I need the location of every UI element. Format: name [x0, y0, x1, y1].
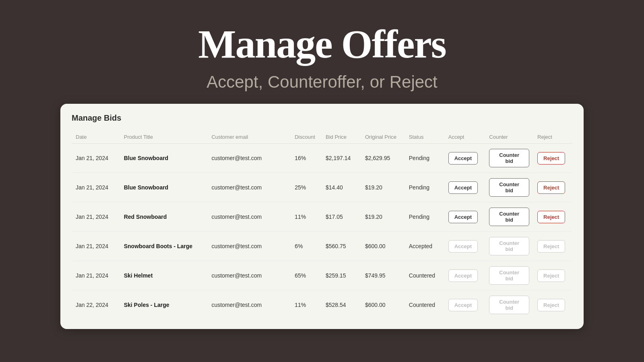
cell-date: Jan 21, 2024	[72, 144, 120, 173]
cell-email: customer@test.com	[207, 202, 291, 232]
cell-counter-action: Counter bid	[485, 232, 533, 261]
cell-discount: 11%	[291, 202, 322, 232]
cell-bid-price: $14.40	[322, 173, 361, 202]
accept-button: Accept	[448, 299, 478, 311]
col-header-reject: Reject	[533, 131, 572, 144]
cell-product: Ski Helmet	[120, 261, 208, 290]
cell-reject-action: Reject	[533, 261, 572, 290]
reject-button[interactable]: Reject	[537, 152, 565, 165]
cell-reject-action: Reject	[533, 232, 572, 261]
cell-email: customer@test.com	[207, 290, 291, 320]
hero-section: Manage Offers Accept, Counteroffer, or R…	[198, 0, 446, 92]
reject-button[interactable]: Reject	[537, 211, 565, 223]
cell-product: Ski Poles - Large	[120, 290, 208, 320]
cell-email: customer@test.com	[207, 144, 291, 173]
col-header-product: Product Title	[120, 131, 208, 144]
cell-bid-price: $17.05	[322, 202, 361, 232]
counter-bid-button[interactable]: Counter bid	[489, 208, 529, 226]
cell-original-price: $19.20	[361, 173, 405, 202]
cell-discount: 16%	[291, 144, 322, 173]
cell-counter-action: Counter bid	[485, 290, 533, 320]
table-card: Manage Bids Date Product Title Customer …	[60, 104, 584, 329]
cell-original-price: $600.00	[361, 232, 405, 261]
cell-counter-action: Counter bid	[485, 261, 533, 290]
cell-product: Blue Snowboard	[120, 144, 208, 173]
reject-button[interactable]: Reject	[537, 181, 565, 194]
table-row: Jan 22, 2024 Ski Poles - Large customer@…	[72, 290, 572, 320]
counter-bid-button: Counter bid	[489, 237, 529, 255]
table-body: Jan 21, 2024 Blue Snowboard customer@tes…	[72, 144, 572, 320]
table-row: Jan 21, 2024 Snowboard Boots - Large cus…	[72, 232, 572, 261]
cell-email: customer@test.com	[207, 261, 291, 290]
cell-bid-price: $528.54	[322, 290, 361, 320]
cell-email: customer@test.com	[207, 173, 291, 202]
cell-accept-action: Accept	[444, 261, 485, 290]
cell-bid-price: $259.15	[322, 261, 361, 290]
counter-bid-button: Counter bid	[489, 296, 529, 314]
cell-counter-action[interactable]: Counter bid	[485, 144, 533, 173]
col-header-bid: Bid Price	[322, 131, 361, 144]
cell-status: Pending	[405, 173, 444, 202]
cell-discount: 65%	[291, 261, 322, 290]
table-row: Jan 21, 2024 Red Snowboard customer@test…	[72, 202, 572, 232]
cell-discount: 6%	[291, 232, 322, 261]
bids-table: Date Product Title Customer email Discou…	[72, 131, 572, 319]
table-header-row: Date Product Title Customer email Discou…	[72, 131, 572, 144]
table-row: Jan 21, 2024 Blue Snowboard customer@tes…	[72, 144, 572, 173]
cell-accept-action[interactable]: Accept	[444, 173, 485, 202]
cell-status: Countered	[405, 290, 444, 320]
cell-counter-action[interactable]: Counter bid	[485, 173, 533, 202]
col-header-original: Original Price	[361, 131, 405, 144]
col-header-discount: Discount	[291, 131, 322, 144]
col-header-counter: Counter	[485, 131, 533, 144]
cell-discount: 11%	[291, 290, 322, 320]
cell-date: Jan 21, 2024	[72, 261, 120, 290]
accept-button: Accept	[448, 240, 478, 253]
counter-bid-button: Counter bid	[489, 266, 529, 285]
cell-original-price: $749.95	[361, 261, 405, 290]
cell-status: Pending	[405, 202, 444, 232]
counter-bid-button[interactable]: Counter bid	[489, 178, 529, 197]
table-row: Jan 21, 2024 Ski Helmet customer@test.co…	[72, 261, 572, 290]
page-subtitle: Accept, Counteroffer, or Reject	[206, 72, 438, 92]
cell-product: Red Snowboard	[120, 202, 208, 232]
cell-accept-action[interactable]: Accept	[444, 202, 485, 232]
cell-accept-action: Accept	[444, 232, 485, 261]
accept-button[interactable]: Accept	[448, 211, 478, 223]
col-header-status: Status	[405, 131, 444, 144]
cell-bid-price: $560.75	[322, 232, 361, 261]
reject-button: Reject	[537, 240, 565, 253]
cell-reject-action[interactable]: Reject	[533, 144, 572, 173]
cell-product: Snowboard Boots - Large	[120, 232, 208, 261]
table-row: Jan 21, 2024 Blue Snowboard customer@tes…	[72, 173, 572, 202]
cell-accept-action: Accept	[444, 290, 485, 320]
cell-reject-action: Reject	[533, 290, 572, 320]
cell-status: Accepted	[405, 232, 444, 261]
cell-date: Jan 21, 2024	[72, 232, 120, 261]
cell-accept-action[interactable]: Accept	[444, 144, 485, 173]
reject-button: Reject	[537, 299, 565, 311]
cell-original-price: $600.00	[361, 290, 405, 320]
cell-discount: 25%	[291, 173, 322, 202]
cell-email: customer@test.com	[207, 232, 291, 261]
cell-date: Jan 21, 2024	[72, 202, 120, 232]
table-heading: Manage Bids	[72, 113, 572, 123]
cell-date: Jan 21, 2024	[72, 173, 120, 202]
accept-button[interactable]: Accept	[448, 152, 478, 165]
cell-bid-price: $2,197.14	[322, 144, 361, 173]
cell-reject-action[interactable]: Reject	[533, 173, 572, 202]
cell-original-price: $19.20	[361, 202, 405, 232]
cell-status: Countered	[405, 261, 444, 290]
cell-product: Blue Snowboard	[120, 173, 208, 202]
counter-bid-button[interactable]: Counter bid	[489, 149, 529, 167]
col-header-date: Date	[72, 131, 120, 144]
cell-counter-action[interactable]: Counter bid	[485, 202, 533, 232]
col-header-accept: Accept	[444, 131, 485, 144]
accept-button: Accept	[448, 269, 478, 282]
cell-reject-action[interactable]: Reject	[533, 202, 572, 232]
cell-date: Jan 22, 2024	[72, 290, 120, 320]
page-title: Manage Offers	[198, 24, 446, 64]
accept-button[interactable]: Accept	[448, 181, 478, 194]
cell-status: Pending	[405, 144, 444, 173]
col-header-email: Customer email	[207, 131, 291, 144]
